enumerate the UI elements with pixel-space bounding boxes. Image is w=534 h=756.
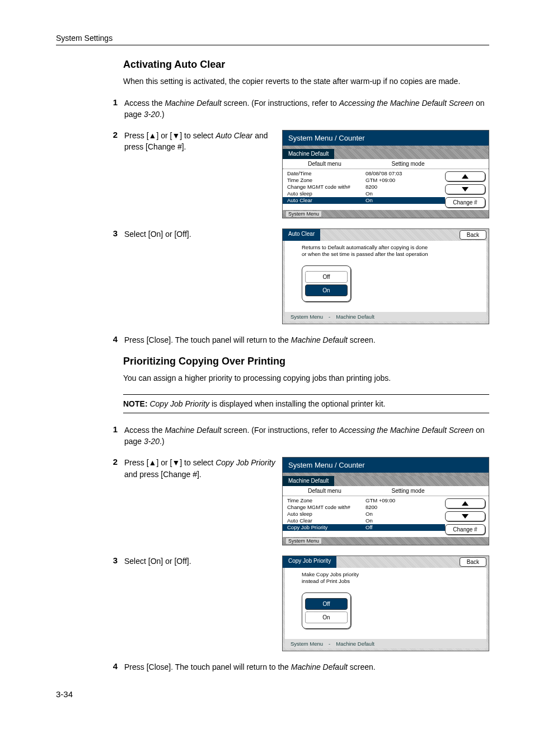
up-triangle-icon: ▲ xyxy=(149,131,157,140)
machine-default-panel-1: System Menu / Counter Machine Default De… xyxy=(282,130,489,218)
panel-row-selected[interactable]: Auto ClearOn xyxy=(283,197,445,204)
panel-row[interactable]: Auto sleepOn xyxy=(287,190,441,197)
breadcrumb: System Menu xyxy=(291,314,323,320)
option-off[interactable]: Off xyxy=(305,271,348,283)
change-button[interactable]: Change # xyxy=(445,197,485,208)
sec1-step4: 4 Press [Close]. The touch panel will re… xyxy=(56,334,489,346)
step-number: 2 xyxy=(56,457,124,466)
panel-row[interactable]: Change MGMT code with#8200 xyxy=(287,184,441,190)
step-body: Press [▲] or [▼] to select Copy Job Prio… xyxy=(124,457,282,480)
auto-clear-dialog: Auto Clear Back Returns to Default autom… xyxy=(282,228,489,324)
breadcrumb: System Menu xyxy=(286,211,321,217)
scroll-up-button[interactable] xyxy=(445,498,485,508)
change-button[interactable]: Change # xyxy=(445,524,485,535)
t: Machine Default xyxy=(165,99,221,108)
breadcrumb-sep: - xyxy=(329,314,330,320)
panel-title: System Menu / Counter xyxy=(283,130,489,146)
panel-row[interactable]: Auto ClearOn xyxy=(287,517,441,524)
down-triangle-icon: ▼ xyxy=(172,458,180,467)
breadcrumb-sep: - xyxy=(329,641,330,647)
t: Press [Close]. The touch panel will retu… xyxy=(124,335,291,344)
step-body: Press [▲] or [▼] to select Auto Clear an… xyxy=(124,130,282,153)
option-on[interactable]: On xyxy=(305,284,348,296)
sec2-step4: 4 Press [Close]. The touch panel will re… xyxy=(56,661,489,673)
sec2-step1: 1 Access the Machine Default screen. (Fo… xyxy=(56,424,489,447)
t: is displayed when installing the optiona… xyxy=(209,399,385,408)
option-on[interactable]: On xyxy=(305,612,348,623)
dialog-title: Auto Clear xyxy=(283,229,320,241)
t: Auto Clear xyxy=(216,131,252,140)
back-button[interactable]: Back xyxy=(460,557,486,567)
step-number: 3 xyxy=(56,228,124,238)
panel-row[interactable]: Date/Time08/08/'08 07:03 xyxy=(287,170,441,177)
svg-marker-0 xyxy=(462,174,469,179)
breadcrumb: Machine Default xyxy=(336,641,374,647)
option-off[interactable]: Off xyxy=(305,598,348,610)
panel-row[interactable]: Time ZoneGTM +09:00 xyxy=(287,177,441,184)
breadcrumb: System Menu xyxy=(286,538,321,544)
panel-tab[interactable]: Machine Default xyxy=(283,476,334,486)
t: ] or [ xyxy=(156,131,172,140)
t: Press [ xyxy=(124,131,149,140)
sec1-step2: 2 Press [▲] or [▼] to select Auto Clear … xyxy=(56,130,489,218)
svg-marker-1 xyxy=(462,187,469,192)
panel-footer: System Menu xyxy=(283,210,489,218)
section1-title: Activating Auto Clear xyxy=(123,59,489,71)
panel-row[interactable]: Time ZoneGTM +09:00 xyxy=(287,497,441,504)
panel-title: System Menu / Counter xyxy=(283,458,489,473)
col-default-menu: Default menu xyxy=(283,159,367,169)
step-body: Press [Close]. The touch panel will retu… xyxy=(124,334,489,346)
breadcrumb: System Menu xyxy=(291,641,323,647)
section1-intro: When this setting is activated, the copi… xyxy=(123,76,489,87)
copy-job-priority-dialog: Copy Job Priority Back Make Copy Jobs pr… xyxy=(282,556,489,651)
scroll-down-button[interactable] xyxy=(445,511,485,521)
svg-marker-2 xyxy=(462,501,469,506)
t: screen. (For instructions, refer to xyxy=(222,99,339,108)
svg-marker-3 xyxy=(462,514,469,519)
sec2-step3: 3 Select [On] or [Off]. Copy Job Priorit… xyxy=(56,556,489,651)
panel-row[interactable]: Auto sleepOn xyxy=(287,511,441,517)
note-block: NOTE: Copy Job Priority is displayed whe… xyxy=(123,394,489,413)
step-number: 2 xyxy=(56,130,124,139)
step-body: Select [On] or [Off]. xyxy=(124,556,282,567)
step-body: Press [Close]. The touch panel will retu… xyxy=(124,661,489,673)
dialog-description: Returns to Default automatically after c… xyxy=(302,244,479,258)
sec1-step3: 3 Select [On] or [Off]. Auto Clear Back … xyxy=(56,228,489,324)
panel-tab-rest xyxy=(334,149,489,159)
panel-column-header: Default menu Setting mode xyxy=(283,486,489,496)
sec1-step1: 1 Access the Machine Default screen. (Fo… xyxy=(56,97,489,120)
panel-tab[interactable]: Machine Default xyxy=(283,149,334,159)
panel-column-header: Default menu Setting mode xyxy=(283,159,489,169)
page-number: 3-34 xyxy=(56,689,489,699)
t: Accessing the Machine Default Screen xyxy=(339,99,474,108)
note-label: NOTE: xyxy=(123,399,148,408)
panel-tab-rest xyxy=(334,476,489,486)
step-number: 3 xyxy=(56,556,124,565)
panel-row-selected[interactable]: Copy Job PriorityOff xyxy=(283,524,445,531)
step-number: 1 xyxy=(56,424,124,434)
dialog-footer: System Menu - Machine Default xyxy=(285,312,486,321)
running-head-rule xyxy=(56,45,489,45)
panel-footer: System Menu xyxy=(283,537,489,545)
t: Machine Default xyxy=(291,335,348,344)
panel-rows: Time ZoneGTM +09:00 Change MGMT code wit… xyxy=(283,496,445,537)
t: Copy Job Priority xyxy=(149,399,209,408)
dialog-footer: System Menu - Machine Default xyxy=(285,639,486,648)
breadcrumb: Machine Default xyxy=(336,314,374,320)
step-number: 1 xyxy=(56,97,124,107)
panel-rows: Date/Time08/08/'08 07:03 Time ZoneGTM +0… xyxy=(283,169,445,210)
back-button[interactable]: Back xyxy=(460,230,486,240)
section2-intro: You can assign a higher priority to proc… xyxy=(123,373,489,384)
step-body: Access the Machine Default screen. (For … xyxy=(124,97,489,120)
col-setting-mode: Setting mode xyxy=(367,159,449,169)
t: ] to select xyxy=(180,131,216,140)
dialog-title: Copy Job Priority xyxy=(283,556,336,568)
t: .) xyxy=(160,110,165,119)
panel-row[interactable]: Change MGMT code with#8200 xyxy=(287,504,441,511)
scroll-down-button[interactable] xyxy=(445,184,485,194)
option-group: Off On xyxy=(302,592,351,629)
machine-default-panel-2: System Menu / Counter Machine Default De… xyxy=(282,457,489,545)
section2-title: Prioritizing Copying Over Printing xyxy=(123,356,489,367)
step-body: Select [On] or [Off]. xyxy=(124,228,282,240)
scroll-up-button[interactable] xyxy=(445,171,485,181)
